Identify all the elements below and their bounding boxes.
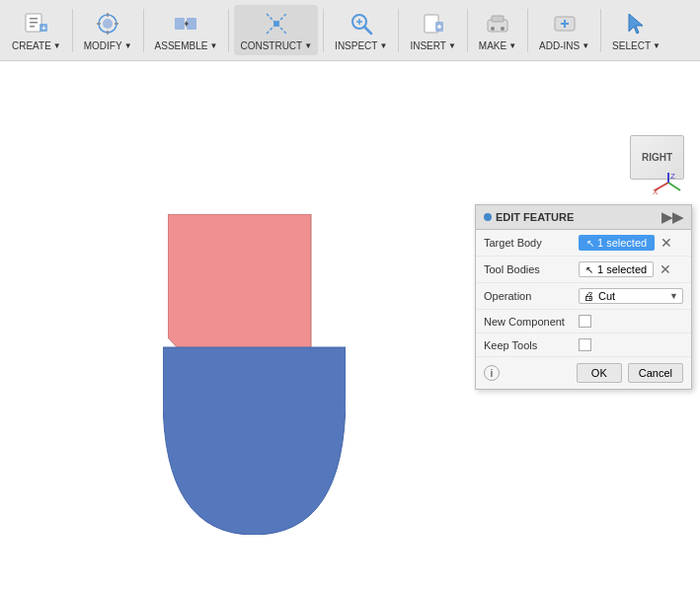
sep-7 — [527, 9, 528, 52]
new-component-label: New Component — [484, 316, 573, 328]
ok-button[interactable]: OK — [577, 363, 622, 383]
target-body-label: Target Body — [484, 237, 573, 249]
insert-icon — [419, 9, 448, 38]
target-body-value: ↖1 selected ✕ — [579, 235, 683, 251]
keep-tools-value — [579, 338, 683, 351]
sep-3 — [228, 9, 229, 52]
keep-tools-row: Keep Tools — [476, 333, 691, 357]
blue-body — [163, 337, 346, 535]
operation-icon: 🖨 — [583, 290, 594, 302]
insert-label: INSERT▼ — [410, 40, 455, 51]
operation-label: Operation — [484, 290, 573, 302]
tool-bodies-label: Tool Bodies — [484, 263, 573, 275]
toolbar-add-ins[interactable]: ADD-INS▼ — [533, 5, 595, 55]
construct-icon — [262, 9, 291, 38]
svg-marker-34 — [629, 14, 643, 34]
panel-title: EDIT FEATURE — [496, 211, 574, 223]
footer-buttons: OK Cancel — [577, 363, 683, 383]
svg-point-18 — [273, 21, 279, 27]
new-component-value — [579, 315, 683, 328]
panel-header-left: EDIT FEATURE — [484, 211, 574, 223]
keep-tools-checkbox[interactable] — [579, 338, 591, 351]
svg-text:+: + — [41, 24, 46, 33]
toolbar-create[interactable]: + CREATE▼ — [6, 5, 67, 55]
panel-dot — [484, 213, 492, 221]
toolbar-insert[interactable]: INSERT▼ — [404, 5, 461, 55]
toolbar-make[interactable]: MAKE▼ — [473, 5, 522, 55]
tool-bodies-icon: ↖ — [585, 264, 593, 275]
sep-2 — [143, 9, 144, 52]
svg-rect-1 — [30, 18, 38, 20]
operation-select[interactable]: 🖨 Cut ▼ — [579, 288, 683, 304]
svg-text:X: X — [653, 187, 659, 194]
assemble-label: ASSEMBLE▼ — [155, 40, 218, 51]
tool-bodies-row: Tool Bodies ↖ 1 selected ✕ — [476, 257, 691, 283]
svg-rect-12 — [175, 18, 185, 30]
panel-header: EDIT FEATURE ▶▶ — [476, 205, 691, 230]
view-compass[interactable]: RIGHT X Z — [625, 135, 684, 194]
svg-line-37 — [668, 183, 680, 190]
inspect-label: INSPECT▼ — [335, 40, 387, 51]
sep-6 — [467, 9, 468, 52]
cursor-icon: ↖ — [586, 238, 594, 249]
svg-rect-3 — [30, 26, 35, 28]
svg-rect-2 — [30, 22, 38, 24]
add-ins-icon — [550, 9, 580, 38]
svg-point-29 — [491, 27, 495, 31]
sep-5 — [398, 9, 399, 52]
keep-tools-label: Keep Tools — [484, 339, 573, 351]
svg-point-30 — [501, 27, 505, 31]
sep-8 — [600, 9, 601, 52]
tool-bodies-value: ↖ 1 selected ✕ — [579, 261, 683, 277]
panel-expand-button[interactable]: ▶▶ — [661, 209, 683, 225]
toolbar-select[interactable]: SELECT▼ — [606, 5, 666, 55]
modify-icon — [93, 9, 122, 38]
tool-bodies-badge: 1 selected — [597, 263, 647, 275]
select-icon — [622, 9, 652, 38]
svg-rect-28 — [492, 16, 504, 22]
operation-row: Operation 🖨 Cut ▼ — [476, 283, 691, 310]
new-component-checkbox[interactable] — [579, 315, 591, 328]
panel-footer: i OK Cancel — [476, 357, 691, 389]
edit-feature-panel: EDIT FEATURE ▶▶ Target Body ↖1 selected … — [475, 204, 692, 390]
sep-1 — [72, 9, 73, 52]
operation-text: Cut — [598, 290, 669, 302]
toolbar: + CREATE▼ MODIFY▼ — [0, 0, 700, 61]
toolbar-modify[interactable]: MODIFY▼ — [78, 5, 138, 55]
inspect-icon — [347, 9, 376, 38]
construct-label: CONSTRUCT▼ — [240, 40, 312, 51]
target-body-row: Target Body ↖1 selected ✕ — [476, 230, 691, 257]
toolbar-inspect[interactable]: INSPECT▼ — [329, 5, 393, 55]
tool-bodies-field[interactable]: ↖ 1 selected — [579, 261, 654, 277]
tool-bodies-clear[interactable]: ✕ — [658, 261, 673, 277]
toolbar-assemble[interactable]: ASSEMBLE▼ — [149, 5, 224, 55]
modify-label: MODIFY▼ — [84, 40, 132, 51]
select-label: SELECT▼ — [612, 40, 661, 51]
operation-value: 🖨 Cut ▼ — [579, 288, 683, 304]
assemble-icon — [171, 9, 200, 38]
operation-arrow: ▼ — [669, 291, 678, 301]
target-body-clear[interactable]: ✕ — [659, 235, 674, 251]
add-ins-label: ADD-INS▼ — [539, 40, 589, 51]
make-icon — [483, 9, 512, 38]
svg-text:Z: Z — [670, 172, 675, 181]
make-label: MAKE▼ — [479, 40, 516, 51]
svg-point-7 — [103, 19, 113, 29]
create-icon: + — [22, 9, 51, 38]
sep-4 — [323, 9, 324, 52]
target-body-badge[interactable]: ↖1 selected — [579, 235, 655, 251]
canvas-area[interactable]: RIGHT X Z EDIT FEATURE ▶▶ — [0, 61, 700, 592]
info-button[interactable]: i — [484, 365, 500, 381]
cancel-button[interactable]: Cancel — [628, 363, 683, 383]
create-label: CREATE▼ — [12, 40, 61, 51]
toolbar-construct[interactable]: CONSTRUCT▼ — [234, 5, 318, 55]
new-component-row: New Component — [476, 310, 691, 333]
svg-line-20 — [364, 27, 371, 34]
